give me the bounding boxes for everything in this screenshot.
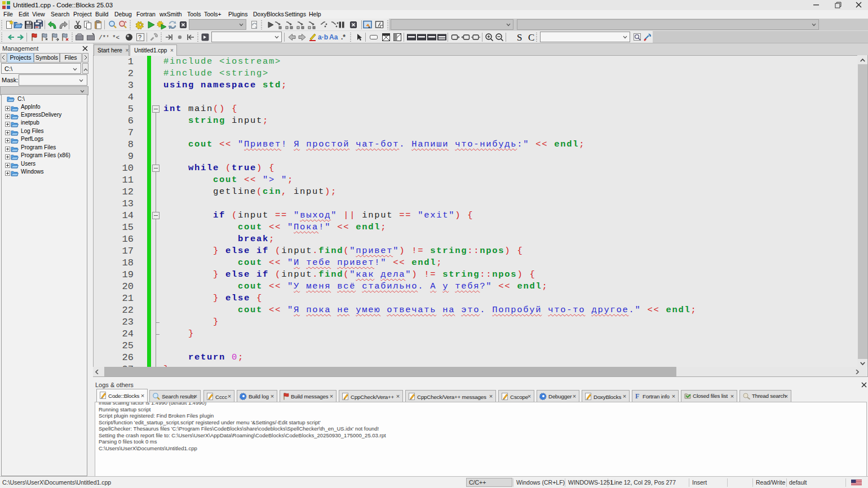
svg-text:C: C [528,32,534,42]
svg-text:a·b: a·b [318,33,328,41]
svg-text:Aa: Aa [329,33,338,41]
svg-text:/**: /** [99,34,108,41]
svg-text:?: ? [138,34,141,41]
svg-text:*<: *< [112,34,119,41]
svg-text:.*: .* [341,33,346,41]
svg-text:S: S [517,32,522,42]
svg-text:F: F [635,392,639,400]
